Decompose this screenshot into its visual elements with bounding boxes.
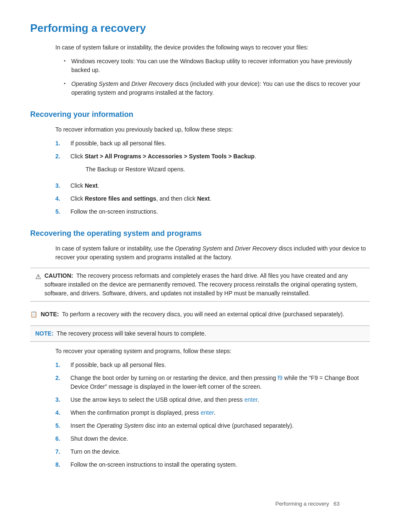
step-num: 6. [55,434,70,443]
step-num: 5. [55,421,70,430]
caution-text: CAUTION: The recovery process reformats … [44,271,365,298]
bullet-item-1: Windows recovery tools: You can use the … [64,57,370,75]
step-text: If possible, back up all personal files. [70,139,370,148]
step-1-4: 4. Click Restore files and settings, and… [55,194,370,203]
step-text: Change the boot order by turning on or r… [70,374,370,391]
main-intro: In case of system failure or instability… [55,43,370,52]
step-text: Click Start > All Programs > Accessories… [70,152,370,161]
step-text: Insert the Operating System disc into an… [70,421,370,430]
caution-box: ⚠ CAUTION: The recovery process reformat… [30,268,370,302]
step-num: 1. [55,361,70,369]
step-2-1: 1. If possible, back up all personal fil… [55,361,370,369]
note1-text: NOTE: To perform a recovery with the rec… [41,310,344,319]
step-text: If possible, back up all personal files. [70,361,370,369]
section1-steps: 1. If possible, back up all personal fil… [55,139,370,216]
step-num: 3. [55,395,70,404]
note-icon: 📋 [30,310,37,319]
section2-steps-intro: To recover your operating system and pro… [55,347,370,356]
step-1-2-sub: The Backup or Restore Wizard opens. [55,165,370,177]
step-2-2: 2. Change the boot order by turning on o… [55,374,370,391]
step-text: Shut down the device. [70,434,370,443]
footer-text: Performing a recovery 63 [275,501,340,507]
page-footer: Performing a recovery 63 [275,500,340,508]
step-num: 7. [55,447,70,456]
step-num: 2. [55,152,70,161]
step-text: When the confirmation prompt is displaye… [70,408,370,417]
note2-highlighted: NOTE: The recovery process will take sev… [30,325,370,342]
step-2-4: 4. When the confirmation prompt is displ… [55,408,370,417]
step-num: 3. [55,181,70,190]
step-2-8: 8. Follow the on-screen instructions to … [55,460,370,469]
step-text: Follow the on-screen instructions. [70,207,370,216]
step-2-6: 6. Shut down the device. [55,434,370,443]
step-text: Use the arrow keys to select the USB opt… [70,395,370,404]
section2-intro: In case of system failure or instability… [55,244,370,262]
step-num: 5. [55,207,70,216]
bullet-list: Windows recovery tools: You can use the … [64,57,370,97]
step-num: 8. [55,460,70,469]
step-text: Turn on the device. [70,447,370,456]
step-2-3: 3. Use the arrow keys to select the USB … [55,395,370,404]
section2-steps: 1. If possible, back up all personal fil… [55,361,370,469]
note1-box: 📋 NOTE: To perform a recovery with the r… [30,307,370,321]
step-num: 1. [55,139,70,148]
step-2-5: 5. Insert the Operating System disc into… [55,421,370,430]
bullet-text-1: Windows recovery tools: You can use the … [71,58,352,73]
page-wrapper: Performing a recovery In case of system … [30,20,370,523]
step-text: Click Next. [70,181,370,190]
section1-title: Recovering your information [30,109,370,120]
page-title: Performing a recovery [30,20,370,36]
bullet-item-2: Operating System and Driver Recovery dis… [64,80,370,97]
step-text: Follow the on-screen instructions to ins… [70,460,370,469]
caution-icon: ⚠ [35,272,41,282]
step-sub-text: The Backup or Restore Wizard opens. [86,165,370,174]
bullet-text-2: Operating System and Driver Recovery dis… [71,80,360,96]
step-num: 4. [55,408,70,417]
step-2-7: 7. Turn on the device. [55,447,370,456]
step-text: Click Restore files and settings, and th… [70,194,370,203]
step-1-1: 1. If possible, back up all personal fil… [55,139,370,148]
step-1-2: 2. Click Start > All Programs > Accessor… [55,152,370,161]
step-num: 2. [55,374,70,382]
section2-title: Recovering the operating system and prog… [30,228,370,239]
note2-text: NOTE: The recovery process will take sev… [35,330,206,337]
section1-intro: To recover information you previously ba… [55,125,370,134]
step-1-3: 3. Click Next. [55,181,370,190]
step-1-5: 5. Follow the on-screen instructions. [55,207,370,216]
step-num: 4. [55,194,70,203]
